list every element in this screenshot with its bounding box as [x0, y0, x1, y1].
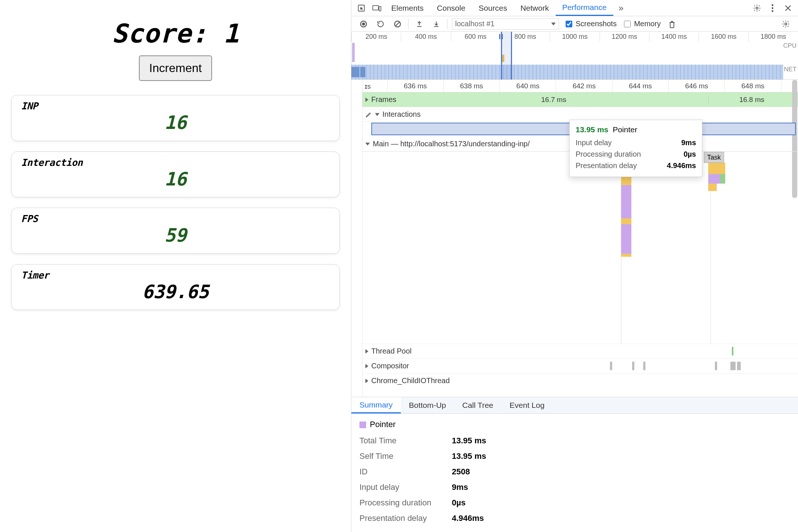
- compositor-track[interactable]: Compositor: [362, 358, 798, 373]
- recording-select-value: localhost #1: [455, 20, 495, 28]
- tick: 640 ms: [499, 80, 556, 92]
- svg-point-8: [362, 23, 365, 25]
- overview-range-handle[interactable]: [501, 32, 512, 79]
- summary-type: Pointer: [370, 420, 396, 429]
- record-icon[interactable]: [358, 18, 369, 30]
- perf-toolbar: localhost #1 Screenshots Memory: [351, 16, 798, 32]
- tab-bottom-up[interactable]: Bottom-Up: [401, 397, 454, 413]
- main-flame-area[interactable]: Task: [362, 151, 798, 344]
- overview-ticks: 200 ms 400 ms 600 ms 800 ms 1000 ms 1200…: [351, 32, 798, 41]
- frames-label: Frames: [371, 95, 396, 104]
- zoom-ruler: ɪs 636 ms 638 ms 640 ms 642 ms 644 ms 64…: [362, 80, 798, 92]
- tooltip-label: Presentation delay: [576, 161, 637, 170]
- tooltip-label: Input delay: [576, 139, 612, 147]
- tab-event-log[interactable]: Event Log: [501, 397, 553, 413]
- disclosure-icon[interactable]: [375, 113, 379, 116]
- summary-value: 4.946ms: [452, 514, 484, 523]
- tick: 1800 ms: [748, 33, 798, 41]
- device-icon[interactable]: [371, 3, 382, 14]
- tab-performance[interactable]: Performance: [556, 0, 613, 16]
- tooltip-value: 9ms: [681, 139, 696, 147]
- chevron-down-icon: [551, 23, 556, 25]
- summary-value: 0µs: [452, 498, 466, 508]
- tick: 200 ms: [351, 33, 401, 41]
- close-icon[interactable]: [782, 3, 794, 14]
- summary-label: Self Time: [359, 451, 444, 461]
- hover-tooltip: 13.95 ms Pointer Input delay9ms Processi…: [569, 120, 702, 177]
- tick: 638 ms: [443, 80, 499, 92]
- cpu-lane-label: CPU: [783, 42, 797, 52]
- disclosure-icon[interactable]: [365, 349, 368, 354]
- thread-pool-track[interactable]: Thread Pool: [362, 344, 798, 358]
- separator: [408, 19, 409, 29]
- flame-stack[interactable]: [708, 163, 725, 191]
- chrome-io-track[interactable]: Chrome_ChildIOThread: [362, 373, 798, 388]
- kebab-icon[interactable]: [767, 3, 778, 14]
- memory-checkbox[interactable]: [624, 21, 631, 27]
- task-block[interactable]: Task: [704, 152, 724, 163]
- reload-icon[interactable]: [375, 18, 386, 30]
- svg-point-3: [756, 7, 758, 9]
- tab-sources[interactable]: Sources: [472, 0, 514, 16]
- disclosure-icon[interactable]: [365, 379, 368, 383]
- tooltip-type: Pointer: [613, 125, 637, 134]
- tick: 646 ms: [668, 80, 724, 92]
- flamechart: ɪs 636 ms 638 ms 640 ms 642 ms 644 ms 64…: [351, 80, 798, 397]
- tick: 1600 ms: [699, 33, 748, 41]
- svg-point-6: [772, 10, 774, 12]
- main-label: Main — http://localhost:5173/understandi…: [373, 140, 530, 148]
- clear-icon[interactable]: [392, 18, 403, 30]
- card-interaction-value: 16: [21, 170, 330, 189]
- disclosure-icon[interactable]: [365, 143, 370, 146]
- separator: [447, 19, 447, 29]
- flamechart-gutter: [351, 80, 362, 397]
- frame-duration: 16.8 ms: [708, 96, 795, 104]
- flamechart-tracks[interactable]: ɪs 636 ms 638 ms 640 ms 642 ms 644 ms 64…: [362, 80, 798, 397]
- increment-button[interactable]: Increment: [139, 55, 212, 81]
- tab-summary[interactable]: Summary: [351, 397, 401, 413]
- screenshots-checkbox[interactable]: [566, 21, 572, 27]
- tick: 644 ms: [612, 80, 668, 92]
- inspect-icon[interactable]: [356, 3, 367, 14]
- tooltip-time: 13.95 ms: [576, 125, 608, 134]
- memory-toggle[interactable]: Memory: [623, 20, 661, 28]
- chrome-io-label: Chrome_ChildIOThread: [371, 376, 450, 385]
- overview-timeline[interactable]: 200 ms 400 ms 600 ms 800 ms 1000 ms 1200…: [351, 32, 798, 80]
- tick: 1000 ms: [550, 33, 599, 41]
- card-inp-value: 16: [21, 113, 330, 133]
- download-icon[interactable]: [431, 18, 442, 30]
- tick: 1400 ms: [649, 33, 699, 41]
- memory-label: Memory: [634, 20, 661, 28]
- summary-label: Processing duration: [359, 498, 444, 508]
- upload-icon[interactable]: [414, 18, 425, 30]
- cpu-lane: [351, 41, 783, 62]
- screenshots-toggle[interactable]: Screenshots: [564, 20, 617, 28]
- tab-elements[interactable]: Elements: [385, 0, 430, 16]
- card-inp: INP 16: [11, 95, 340, 141]
- more-tabs-icon[interactable]: »: [615, 3, 627, 14]
- tab-console[interactable]: Console: [430, 0, 472, 16]
- recording-select[interactable]: localhost #1: [452, 18, 559, 30]
- net-lane-label: NET: [783, 66, 797, 75]
- card-fps-label: FPS: [21, 213, 330, 224]
- gear-icon[interactable]: [751, 3, 763, 14]
- summary-label: Presentation delay: [359, 514, 444, 523]
- tab-network[interactable]: Network: [514, 0, 556, 16]
- gc-icon[interactable]: [666, 18, 678, 30]
- devtools-tabs: Elements Console Sources Network Perform…: [351, 0, 798, 16]
- flame-stack[interactable]: [621, 163, 631, 257]
- card-fps: FPS 59: [11, 208, 340, 254]
- summary-label: Input delay: [359, 482, 444, 492]
- tooltip-value: 0µs: [683, 150, 696, 158]
- tooltip-label: Processing duration: [576, 150, 641, 158]
- card-inp-label: INP: [21, 100, 330, 112]
- disclosure-icon[interactable]: [365, 98, 368, 102]
- frames-track[interactable]: Frames 16.7 ms 16.8 ms: [362, 92, 798, 107]
- summary-panel: Pointer Total Time13.95 ms Self Time13.9…: [351, 414, 798, 532]
- tab-call-tree[interactable]: Call Tree: [454, 397, 501, 413]
- summary-value: 13.95 ms: [452, 436, 486, 446]
- summary-tabs: Summary Bottom-Up Call Tree Event Log: [351, 397, 798, 414]
- disclosure-icon[interactable]: [365, 364, 368, 368]
- gear-icon[interactable]: [780, 18, 791, 30]
- tick: 636 ms: [387, 80, 443, 92]
